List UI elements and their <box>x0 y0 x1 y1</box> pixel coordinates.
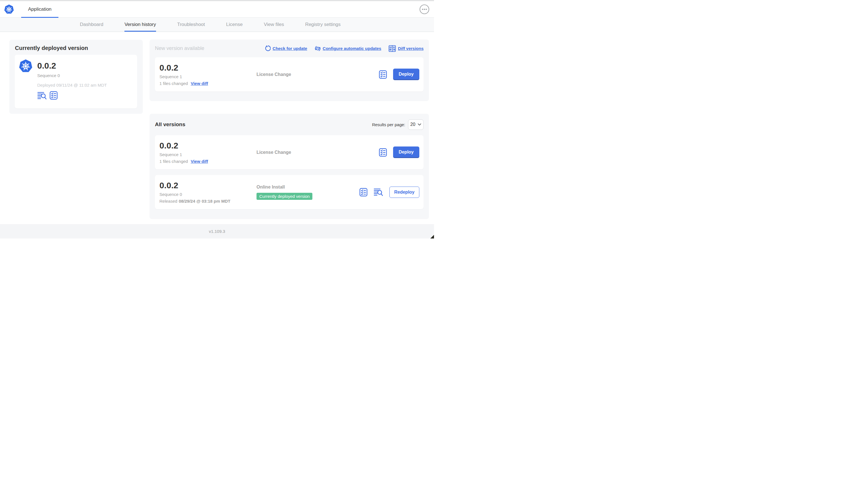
files-changed-label: 1 files changed <box>159 81 188 86</box>
app-footer: v1.109.3 <box>0 224 434 239</box>
all-versions-panel: All versions Results per page: 20 0.0.2 … <box>150 114 429 219</box>
view-logs-button[interactable] <box>374 188 383 196</box>
all-versions-heading: All versions <box>155 121 185 127</box>
refresh-icon <box>265 46 271 51</box>
chevron-down-icon <box>417 123 421 126</box>
checklist-icon <box>379 148 387 157</box>
row-version-label: 0.0.2 <box>159 63 256 72</box>
row-source-label: License Change <box>256 150 379 155</box>
version-history-page: Currently deployed version 0.0.2 Sequenc… <box>0 32 434 224</box>
mouse-cursor <box>430 235 434 239</box>
tab-version-history[interactable]: Version history <box>124 18 156 32</box>
active-tab-underline <box>21 17 58 18</box>
app-tab-label: Application <box>28 6 51 12</box>
app-icon-kubernetes <box>19 59 33 73</box>
preflight-checks-button[interactable] <box>379 70 387 79</box>
files-changed-label: 1 files changed <box>159 159 188 164</box>
row-sequence: Sequence 1 <box>159 74 256 79</box>
checklist-icon <box>50 91 58 100</box>
currently-deployed-card: 0.0.2 Sequence 0 Deployed 09/11/24 @ 11:… <box>15 55 137 109</box>
diff-icon <box>389 45 396 52</box>
app-tab-application[interactable]: Application <box>21 1 58 18</box>
kubernetes-logo-icon <box>4 4 14 14</box>
logs-icon <box>37 91 47 100</box>
checklist-icon <box>360 188 367 197</box>
preflight-checks-button[interactable] <box>360 188 367 197</box>
tab-troubleshoot[interactable]: Troubleshoot <box>177 18 205 32</box>
tab-license[interactable]: License <box>226 18 243 32</box>
preflight-checks-button[interactable] <box>50 91 58 100</box>
row-version-label: 0.0.2 <box>159 181 256 190</box>
row-sequence: Sequence 1 <box>159 152 256 157</box>
new-version-heading: New version available <box>155 46 204 51</box>
view-diff-link[interactable]: View diff <box>191 81 208 86</box>
new-version-panel: New version available Check for update C… <box>150 39 429 101</box>
app-subnav: Dashboard Version history Troubleshoot L… <box>0 18 434 32</box>
tab-dashboard[interactable]: Dashboard <box>80 18 103 32</box>
currently-deployed-badge: Currently deployed version <box>256 193 312 200</box>
row-version-label: 0.0.2 <box>159 141 256 150</box>
console-version-label: v1.109.3 <box>209 229 225 234</box>
results-per-page-select[interactable]: 20 <box>408 119 424 130</box>
currently-deployed-panel: Currently deployed version 0.0.2 Sequenc… <box>9 40 143 114</box>
logs-icon <box>374 188 383 196</box>
view-logs-button[interactable] <box>37 91 47 100</box>
currently-deployed-heading: Currently deployed version <box>15 45 143 51</box>
row-source-label: License Change <box>256 72 379 77</box>
results-per-page-label: Results per page: <box>372 122 405 127</box>
preflight-checks-button[interactable] <box>379 148 387 157</box>
view-diff-link[interactable]: View diff <box>191 159 208 164</box>
version-row-sequence-0: 0.0.2 Sequence 0 Released 08/29/24 @ 03:… <box>155 175 424 209</box>
deploy-button[interactable]: Deploy <box>393 68 419 80</box>
overflow-menu-button[interactable] <box>419 4 430 14</box>
released-label: Released <box>159 199 177 204</box>
check-for-update-link[interactable]: Check for update <box>265 46 307 51</box>
deploy-button[interactable]: Deploy <box>393 147 419 158</box>
deployed-sequence: Sequence 0 <box>37 73 133 78</box>
schedule-icon <box>315 46 321 52</box>
new-version-row: 0.0.2 Sequence 1 1 files changed View di… <box>155 57 424 91</box>
configure-automatic-updates-link[interactable]: Configure automatic updates <box>315 46 381 52</box>
tab-view-files[interactable]: View files <box>264 18 284 32</box>
row-source-label: Online Install <box>256 185 360 190</box>
version-row-sequence-1: 0.0.2 Sequence 1 1 files changed View di… <box>155 135 424 169</box>
deployed-version-label: 0.0.2 <box>37 61 133 70</box>
row-sequence: Sequence 0 <box>159 192 256 197</box>
released-timestamp: 08/29/24 @ 03:18 pm MDT <box>179 199 230 204</box>
diff-versions-link[interactable]: Diff versions <box>389 45 424 52</box>
checklist-icon <box>379 70 387 79</box>
ellipsis-icon <box>419 4 430 14</box>
redeploy-button[interactable]: Redeploy <box>390 186 419 198</box>
app-header: Application <box>0 1 434 18</box>
deployed-timestamp: Deployed 09/11/24 @ 11:02 am MDT <box>37 83 133 88</box>
tab-registry-settings[interactable]: Registry settings <box>305 18 341 32</box>
